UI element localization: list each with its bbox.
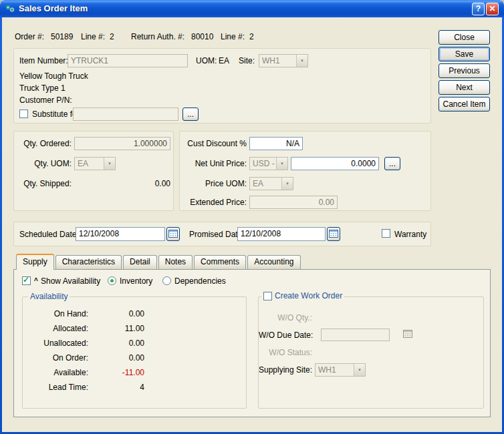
price-uom-label: Price UOM: [182, 179, 247, 188]
tab-characteristics[interactable]: Characteristics [55, 255, 122, 269]
inventory-label: Inventory [120, 276, 152, 286]
availability-title: Availability [28, 292, 70, 301]
wo-qty-label: W/O Qty.: [259, 313, 312, 322]
on-hand-label: On Hand: [43, 309, 88, 318]
lead-time-value: 4 [96, 383, 144, 392]
close-button[interactable]: Close [438, 30, 490, 45]
next-button[interactable]: Next [438, 80, 490, 95]
radio-dot [110, 279, 114, 282]
availability-row: Allocated: 11.00 [43, 324, 243, 335]
line-number2-value: 2 [249, 32, 254, 41]
calendar-icon [168, 229, 178, 240]
availability-row: On Order: 0.00 [43, 353, 243, 364]
on-hand-value: 0.00 [96, 309, 144, 318]
price-uom-value: EA [250, 178, 281, 190]
qty-uom-select: EA ▼ [74, 157, 116, 170]
item-number-label: Item Number: [19, 56, 68, 65]
close-window-button[interactable]: ✕ [486, 3, 499, 15]
lead-time-label: Lead Time: [43, 383, 88, 392]
promised-date-label: Promised Date: [189, 230, 245, 239]
supplying-site-label: Supplying Site: [259, 365, 312, 375]
previous-button[interactable]: Previous [438, 63, 490, 78]
qty-shipped-label: Qty. Shipped: [17, 179, 72, 188]
site-value: WH1 [259, 55, 296, 67]
chevron-down-icon: ▼ [296, 55, 307, 67]
available-value: -11.00 [96, 368, 144, 377]
sales-order-item-window: Sales Order Item ? ✕ Order #: 50189 Line… [0, 0, 504, 434]
cancel-item-button[interactable]: Cancel Item [438, 97, 490, 112]
site-label: Site: [239, 56, 255, 65]
wo-due-date-label: W/O Due Date: [259, 331, 312, 340]
help-button[interactable]: ? [472, 3, 485, 15]
line-number2-label: Line #: [221, 32, 245, 41]
customer-pn-label: Customer P/N: [19, 95, 72, 105]
availability-row: On Hand: 0.00 [43, 309, 243, 320]
scheduled-date-calendar-button[interactable] [166, 227, 180, 241]
create-work-order-checkbox[interactable] [263, 292, 272, 300]
tabstrip: Supply Characteristics Detail Notes Comm… [16, 254, 302, 270]
tab-detail[interactable]: Detail [123, 255, 157, 269]
tab-accounting[interactable]: Accounting [247, 255, 300, 269]
on-order-label: On Order: [43, 353, 88, 363]
price-lookup-button[interactable]: ... [384, 157, 400, 170]
price-group: Cust Discount % N/A Net Unit Price: USD … [179, 131, 431, 211]
work-order-group: Create Work Order W/O Qty.: W/O Due Date… [258, 296, 484, 409]
promised-date-calendar-button[interactable] [327, 227, 340, 241]
tab-supply[interactable]: Supply [16, 254, 54, 270]
item-group: Item Number: YTRUCK1 UOM: EA Site: WH1 ▼… [13, 48, 431, 124]
chevron-down-icon: ▼ [276, 158, 287, 170]
qty-shipped-value: 0.00 [74, 179, 170, 188]
inventory-radio[interactable] [108, 276, 116, 285]
return-auth-value: 80010 [191, 32, 213, 41]
supply-tab-panel: ✓ ^ Show Availability Inventory Dependen… [13, 269, 491, 417]
collapse-icon[interactable]: ^ [34, 277, 38, 284]
create-work-order-label: Create Work Order [275, 291, 342, 300]
cust-discount-field[interactable]: N/A [249, 137, 303, 150]
titlebar[interactable]: Sales Order Item ? ✕ [0, 0, 504, 17]
tab-notes[interactable]: Notes [158, 255, 193, 269]
item-description-1: Yellow Tough Truck [19, 71, 88, 81]
tab-comments[interactable]: Comments [194, 255, 246, 269]
scheduled-date-label: Scheduled Date: [19, 230, 79, 239]
uom-value: EA [219, 56, 229, 65]
qty-ordered-label: Qty. Ordered: [17, 139, 72, 148]
order-number-label: Order #: [15, 32, 44, 41]
substitute-lookup-button[interactable]: ... [182, 107, 199, 121]
wo-status-label: W/O Status: [259, 348, 312, 357]
currency-select: USD - $ ▼ [249, 157, 288, 170]
qty-uom-value: EA [75, 158, 104, 170]
line-number-value: 2 [110, 32, 114, 41]
dependencies-radio[interactable] [162, 276, 171, 285]
availability-row: Lead Time: 4 [43, 383, 243, 393]
item-description-2: Truck Type 1 [19, 83, 66, 93]
return-auth-label: Return Auth. #: [131, 32, 184, 41]
net-unit-price-field[interactable]: 0.0000 [291, 157, 379, 170]
unallocated-label: Unallocated: [43, 339, 88, 348]
line-number-label: Line #: [81, 32, 105, 41]
save-button[interactable]: Save [438, 47, 490, 61]
calendar-icon [329, 229, 338, 240]
substitute-checkbox[interactable] [19, 110, 28, 118]
availability-group: Availability On Hand: 0.00 Allocated: 11… [22, 296, 247, 409]
show-availability-checkbox[interactable]: ✓ [22, 276, 31, 285]
available-label: Available: [43, 368, 88, 377]
show-availability-label: Show Availability [41, 276, 100, 286]
qty-group: Qty. Ordered: 1.000000 Qty. UOM: EA ▼ Qt… [13, 131, 174, 211]
wo-due-date-calendar-button [403, 329, 412, 340]
window-title: Sales Order Item [19, 3, 88, 13]
net-unit-price-label: Net Unit Price: [182, 159, 247, 168]
substitute-field [73, 107, 178, 121]
scheduled-date-field[interactable]: 12/10/2008 [76, 227, 165, 241]
warranty-checkbox[interactable] [382, 229, 390, 238]
cust-discount-label: Cust Discount % [182, 139, 247, 148]
item-number-field: YTRUCK1 [68, 54, 188, 67]
qty-uom-label: Qty. UOM: [17, 159, 72, 168]
currency-value: USD - $ [250, 158, 276, 170]
allocated-label: Allocated: [43, 324, 88, 333]
unallocated-value: 0.00 [96, 339, 144, 348]
extended-price-label: Extended Price: [182, 198, 247, 207]
availability-row: Unallocated: 0.00 [43, 339, 243, 349]
promised-date-field[interactable]: 12/10/2008 [237, 227, 326, 241]
chevron-down-icon: ▼ [281, 178, 293, 190]
qty-ordered-field: 1.000000 [74, 137, 170, 150]
